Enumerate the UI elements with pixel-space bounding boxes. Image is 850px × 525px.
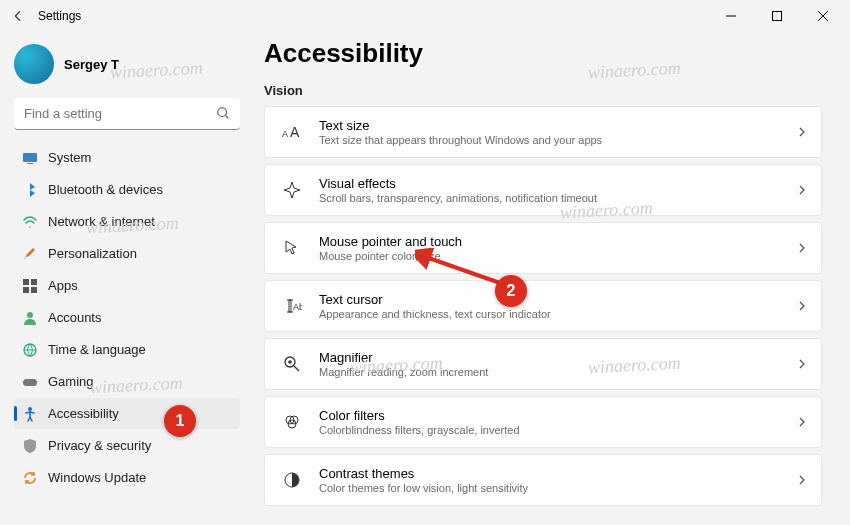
annotation-badge-2: 2 (495, 275, 527, 307)
globe-icon (22, 342, 38, 358)
sidebar-label: Gaming (48, 374, 94, 389)
sidebar-label: Bluetooth & devices (48, 182, 163, 197)
card-text-size[interactable]: AA Text sizeText size that appears throu… (264, 106, 822, 158)
user-profile[interactable]: Sergey T (14, 44, 240, 84)
chevron-right-icon (797, 181, 807, 199)
sidebar-label: System (48, 150, 91, 165)
card-magnifier[interactable]: MagnifierMagnifier reading, zoom increme… (264, 338, 822, 390)
card-sub: Magnifier reading, zoom increment (319, 366, 797, 378)
apps-icon (22, 278, 38, 294)
sidebar-item-system[interactable]: System (14, 142, 240, 173)
card-color-filters[interactable]: Color filtersColorblindness filters, gra… (264, 396, 822, 448)
close-icon (818, 11, 828, 21)
sidebar-item-time-language[interactable]: Time & language (14, 334, 240, 365)
main-content: Accessibility Vision AA Text sizeText si… (250, 32, 850, 525)
chevron-right-icon (797, 471, 807, 489)
chevron-right-icon (797, 297, 807, 315)
person-icon (22, 310, 38, 326)
card-contrast-themes[interactable]: Contrast themesColor themes for low visi… (264, 454, 822, 506)
card-title: Visual effects (319, 176, 797, 191)
sidebar-item-network[interactable]: Network & internet (14, 206, 240, 237)
section-header: Vision (264, 83, 822, 98)
sidebar-item-bluetooth[interactable]: Bluetooth & devices (14, 174, 240, 205)
card-text-cursor[interactable]: Ab Text cursorAppearance and thickness, … (264, 280, 822, 332)
svg-rect-6 (23, 287, 29, 293)
sidebar-item-apps[interactable]: Apps (14, 270, 240, 301)
card-sub: Color themes for low vision, light sensi… (319, 482, 797, 494)
magnifier-icon (279, 354, 305, 374)
card-title: Text size (319, 118, 797, 133)
card-mouse-pointer[interactable]: Mouse pointer and touchMouse pointer col… (264, 222, 822, 274)
sidebar-label: Personalization (48, 246, 137, 261)
sidebar-label: Accessibility (48, 406, 119, 421)
chevron-right-icon (797, 355, 807, 373)
sidebar-label: Time & language (48, 342, 146, 357)
accessibility-icon (22, 406, 38, 422)
card-title: Magnifier (319, 350, 797, 365)
page-title: Accessibility (264, 38, 822, 69)
chevron-right-icon (797, 239, 807, 257)
display-icon (22, 150, 38, 166)
chevron-right-icon (797, 123, 807, 141)
contrast-icon (279, 470, 305, 490)
search-icon (216, 106, 230, 124)
card-title: Color filters (319, 408, 797, 423)
search-input[interactable] (14, 98, 240, 130)
sidebar-item-accessibility[interactable]: Accessibility (14, 398, 240, 429)
svg-rect-10 (23, 379, 37, 386)
card-title: Contrast themes (319, 466, 797, 481)
sidebar: Sergey T System Bluetooth & devices (0, 32, 250, 525)
sidebar-item-privacy[interactable]: Privacy & security (14, 430, 240, 461)
sidebar-item-personalization[interactable]: Personalization (14, 238, 240, 269)
brush-icon (22, 246, 38, 262)
maximize-button[interactable] (754, 0, 800, 32)
close-button[interactable] (800, 0, 846, 32)
sidebar-item-gaming[interactable]: Gaming (14, 366, 240, 397)
card-visual-effects[interactable]: Visual effectsScroll bars, transparency,… (264, 164, 822, 216)
sidebar-item-windows-update[interactable]: Windows Update (14, 462, 240, 493)
card-sub: Scroll bars, transparency, animations, n… (319, 192, 797, 204)
minimize-button[interactable] (708, 0, 754, 32)
svg-rect-5 (31, 279, 37, 285)
shield-icon (22, 438, 38, 454)
cursor-icon (279, 238, 305, 258)
wifi-icon (22, 214, 38, 230)
card-title: Text cursor (319, 292, 797, 307)
card-sub: Text size that appears throughout Window… (319, 134, 797, 146)
svg-point-1 (218, 108, 227, 117)
svg-rect-2 (23, 153, 37, 162)
update-icon (22, 470, 38, 486)
card-sub: Mouse pointer color, size (319, 250, 797, 262)
titlebar: Settings (0, 0, 850, 32)
bluetooth-icon (22, 182, 38, 198)
chevron-right-icon (797, 413, 807, 431)
card-sub: Appearance and thickness, text cursor in… (319, 308, 797, 320)
sidebar-label: Windows Update (48, 470, 146, 485)
svg-text:Ab: Ab (293, 302, 302, 312)
sidebar-label: Accounts (48, 310, 101, 325)
user-name: Sergey T (64, 57, 119, 72)
svg-text:A: A (282, 129, 288, 139)
svg-rect-4 (23, 279, 29, 285)
svg-text:A: A (290, 124, 300, 140)
color-filter-icon (279, 412, 305, 432)
sidebar-label: Apps (48, 278, 78, 293)
sidebar-label: Privacy & security (48, 438, 151, 453)
annotation-badge-1: 1 (164, 405, 196, 437)
sidebar-label: Network & internet (48, 214, 155, 229)
text-cursor-icon: Ab (279, 296, 305, 316)
svg-rect-7 (31, 287, 37, 293)
sidebar-item-accounts[interactable]: Accounts (14, 302, 240, 333)
back-button[interactable] (4, 2, 32, 30)
card-title: Mouse pointer and touch (319, 234, 797, 249)
window-title: Settings (38, 9, 81, 23)
card-sub: Colorblindness filters, grayscale, inver… (319, 424, 797, 436)
arrow-left-icon (11, 9, 25, 23)
svg-rect-3 (27, 163, 33, 164)
svg-point-8 (27, 312, 33, 318)
sparkle-icon (279, 180, 305, 200)
svg-rect-0 (773, 12, 782, 21)
avatar (14, 44, 54, 84)
gamepad-icon (22, 374, 38, 390)
maximize-icon (772, 11, 782, 21)
